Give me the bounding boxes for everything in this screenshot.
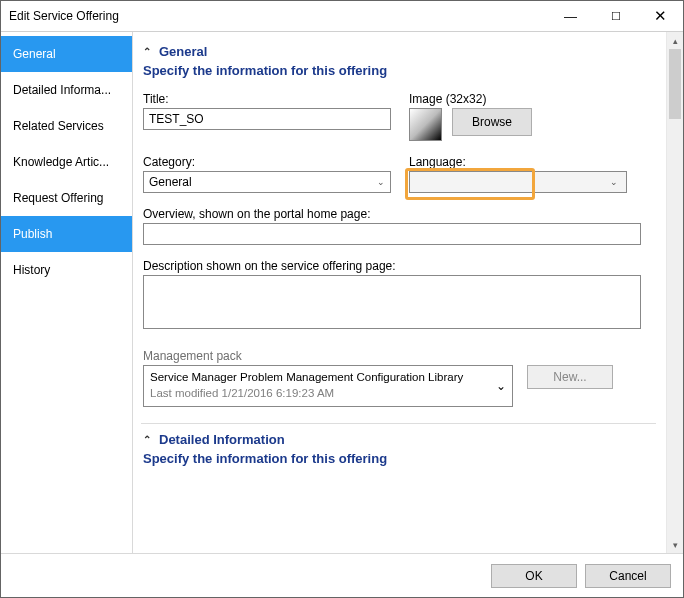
sidebar-item-label: History: [13, 263, 50, 277]
scrollbar-thumb[interactable]: [669, 49, 681, 119]
category-label: Category:: [143, 155, 391, 169]
body: General Detailed Informa... Related Serv…: [1, 31, 683, 553]
maximize-button[interactable]: ☐: [593, 2, 638, 31]
window: Edit Service Offering — ☐ ✕ General Deta…: [0, 0, 684, 598]
section-title: General: [159, 44, 207, 59]
scroll-up-icon[interactable]: ▴: [667, 32, 684, 49]
management-pack-modified: Last modified 1/21/2016 6:19:23 AM: [150, 386, 463, 402]
scrollbar[interactable]: ▴ ▾: [666, 32, 683, 553]
title-input[interactable]: [143, 108, 391, 130]
scroll-down-icon[interactable]: ▾: [667, 536, 684, 553]
description-label: Description shown on the service offerin…: [143, 259, 654, 273]
sidebar-item-label: Knowledge Artic...: [13, 155, 109, 169]
window-title: Edit Service Offering: [9, 9, 119, 23]
category-select[interactable]: General ⌄: [143, 171, 391, 193]
sidebar-item-label: Publish: [13, 227, 52, 241]
sidebar-item-label: Detailed Informa...: [13, 83, 111, 97]
sidebar-item-detailed-information[interactable]: Detailed Informa...: [1, 72, 132, 108]
browse-button-label: Browse: [472, 115, 512, 129]
sidebar-item-label: Request Offering: [13, 191, 104, 205]
sidebar-item-publish[interactable]: Publish: [1, 216, 132, 252]
language-select[interactable]: ⌄: [409, 171, 627, 193]
sidebar-item-related-services[interactable]: Related Services: [1, 108, 132, 144]
collapse-icon: ⌃: [143, 46, 151, 57]
minimize-button[interactable]: —: [548, 2, 593, 31]
sidebar-item-request-offering[interactable]: Request Offering: [1, 180, 132, 216]
section-header-detailed[interactable]: ⌃ Detailed Information: [143, 428, 654, 449]
new-management-pack-button[interactable]: New...: [527, 365, 613, 389]
footer: OK Cancel: [1, 553, 683, 597]
collapse-icon: ⌃: [143, 434, 151, 445]
section-subtitle: Specify the information for this offerin…: [143, 449, 654, 470]
sidebar: General Detailed Informa... Related Serv…: [1, 32, 133, 553]
image-thumbnail: [409, 108, 442, 141]
new-button-label: New...: [553, 370, 586, 384]
browse-button[interactable]: Browse: [452, 108, 532, 136]
management-pack-select[interactable]: Service Manager Problem Management Confi…: [143, 365, 513, 407]
chevron-down-icon: ⌄: [610, 177, 618, 187]
category-value: General: [149, 175, 192, 189]
ok-button-label: OK: [525, 569, 542, 583]
description-textarea[interactable]: [143, 275, 641, 329]
sidebar-item-knowledge-articles[interactable]: Knowledge Artic...: [1, 144, 132, 180]
title-label: Title:: [143, 92, 391, 106]
sidebar-item-label: General: [13, 47, 56, 61]
section-header-general[interactable]: ⌃ General: [143, 40, 654, 61]
sidebar-item-history[interactable]: History: [1, 252, 132, 288]
sidebar-item-general[interactable]: General: [1, 36, 132, 72]
sidebar-item-label: Related Services: [13, 119, 104, 133]
management-pack-name: Service Manager Problem Management Confi…: [150, 370, 463, 386]
content: ⌃ General Specify the information for th…: [133, 32, 666, 553]
content-wrap: ⌃ General Specify the information for th…: [133, 32, 683, 553]
language-label: Language:: [409, 155, 627, 169]
management-pack-label: Management pack: [143, 349, 654, 363]
cancel-button-label: Cancel: [609, 569, 646, 583]
close-button[interactable]: ✕: [638, 2, 683, 31]
chevron-down-icon: ⌄: [377, 177, 385, 187]
chevron-down-icon: ⌄: [496, 379, 506, 393]
section-subtitle: Specify the information for this offerin…: [143, 61, 654, 92]
image-label: Image (32x32): [409, 92, 532, 106]
overview-input[interactable]: [143, 223, 641, 245]
titlebar: Edit Service Offering — ☐ ✕: [1, 1, 683, 31]
overview-label: Overview, shown on the portal home page:: [143, 207, 654, 221]
section-title: Detailed Information: [159, 432, 285, 447]
cancel-button[interactable]: Cancel: [585, 564, 671, 588]
ok-button[interactable]: OK: [491, 564, 577, 588]
